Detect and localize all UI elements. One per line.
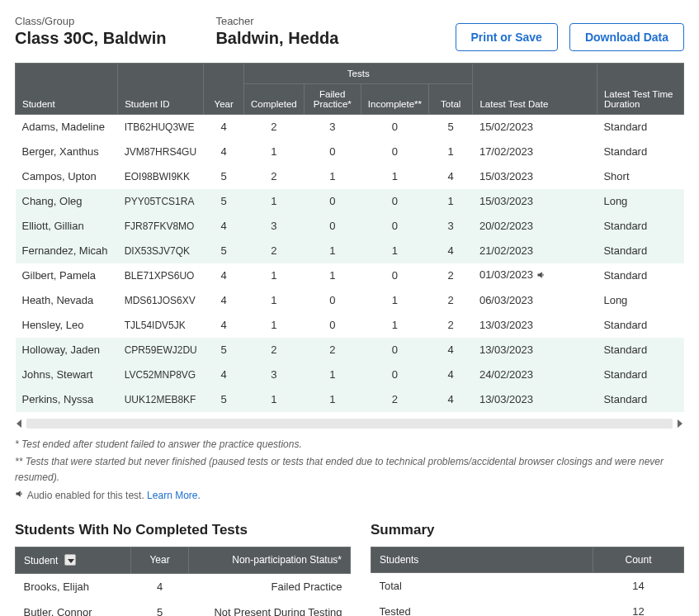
scroll-left-arrow-icon[interactable] — [15, 419, 25, 429]
cell-student-name: Chang, Oleg — [16, 189, 118, 214]
col-tests-group-header: Tests — [244, 64, 473, 84]
cell-student-name: Berger, Xanthus — [16, 140, 118, 164]
footnotes-block: * Test ended after student failed to ans… — [15, 437, 684, 504]
no-tests-col-status[interactable]: Non-participation Status* — [189, 547, 351, 573]
cell-failed-practice: 1 — [304, 362, 361, 387]
col-student-id-header[interactable]: Student ID — [118, 64, 204, 115]
students-tests-table: Student Student ID Year Tests Latest Tes… — [15, 63, 684, 412]
cell-total: 5 — [429, 115, 473, 140]
cell-incomplete: 0 — [361, 140, 428, 164]
cell-failed-practice: 1 — [304, 239, 361, 263]
table-row[interactable]: Elliott, GillianFJR87FKV8MO4300320/02/20… — [16, 214, 684, 239]
cell-completed: 1 — [244, 387, 305, 412]
cell-student-name: Brooks, Elijah — [16, 573, 131, 599]
speaker-icon — [15, 490, 27, 501]
cell-completed: 3 — [244, 214, 305, 239]
cell-failed-practice: 2 — [304, 338, 361, 362]
table-row[interactable]: Johns, StewartLVC52MNP8VG4310424/02/2023… — [16, 362, 684, 387]
cell-failed-practice: 0 — [304, 288, 361, 313]
cell-incomplete: 1 — [361, 239, 428, 263]
table-row[interactable]: Fernandez, MicahDIX53SJV7QK5211421/02/20… — [16, 239, 684, 263]
no-tests-title: Students With No Completed Tests — [15, 522, 351, 538]
speaker-icon — [536, 270, 546, 282]
cell-incomplete: 0 — [361, 263, 428, 288]
cell-latest-date: 24/02/2023 — [473, 362, 597, 387]
table-row[interactable]: Berger, XanthusJVM87HRS4GU4100117/02/202… — [16, 140, 684, 164]
cell-student-name: Fernandez, Micah — [16, 239, 118, 263]
cell-summary-label: Total — [371, 572, 593, 599]
col-total-header[interactable]: Total — [429, 84, 473, 115]
cell-student-id: ITB62HUQ3WE — [118, 115, 204, 140]
scrollbar-track[interactable] — [26, 419, 673, 429]
cell-duration: Standard — [597, 362, 683, 387]
svg-marker-1 — [678, 419, 682, 428]
learn-more-link[interactable]: Learn More. — [147, 490, 201, 501]
col-latest-date-header[interactable]: Latest Test Date — [473, 64, 597, 115]
teacher-field: Teacher Baldwin, Hedda — [215, 15, 338, 48]
cell-duration: Standard — [597, 387, 683, 412]
table-row[interactable]: Hensley, LeoTJL54IDV5JK4101213/03/2023St… — [16, 313, 684, 338]
no-tests-col-year[interactable]: Year — [131, 547, 189, 573]
cell-total: 4 — [429, 164, 473, 189]
footnote-incomplete: ** Tests that were started but never fin… — [15, 454, 684, 486]
teacher-label: Teacher — [215, 15, 338, 27]
cell-incomplete: 1 — [361, 313, 428, 338]
cell-incomplete: 2 — [361, 387, 428, 412]
cell-completed: 1 — [244, 189, 305, 214]
cell-student-name: Adams, Madeline — [16, 115, 118, 140]
cell-total: 2 — [429, 288, 473, 313]
class-group-field: Class/Group Class 30C, Baldwin — [15, 15, 166, 48]
cell-summary-label: Tested — [371, 599, 593, 616]
table-row[interactable]: Chang, OlegPYY05TCS1RA5100115/03/2023Lon… — [16, 189, 684, 214]
cell-student-name: Elliott, Gillian — [16, 214, 118, 239]
cell-student-name: Butler, Connor — [16, 599, 131, 616]
summary-col-count[interactable]: Count — [593, 547, 684, 572]
cell-total: 4 — [429, 239, 473, 263]
table-row[interactable]: Brooks, Elijah4Failed Practice — [16, 573, 351, 599]
col-student-header[interactable]: Student — [16, 64, 118, 115]
cell-student-id: LVC52MNP8VG — [118, 362, 204, 387]
table-row[interactable]: Perkins, NyssaUUK12MEB8KF5112413/03/2023… — [16, 387, 684, 412]
sort-caret-icon[interactable] — [64, 554, 76, 566]
cell-year: 4 — [204, 115, 244, 140]
col-incomplete-header[interactable]: Incomplete** — [361, 84, 428, 115]
cell-student-name: Campos, Upton — [16, 164, 118, 189]
horizontal-scrollbar[interactable] — [15, 419, 684, 429]
table-row[interactable]: Adams, MadelineITB62HUQ3WE4230515/02/202… — [16, 115, 684, 140]
header-buttons: Print or Save Download Data — [456, 23, 685, 51]
cell-completed: 2 — [244, 115, 305, 140]
print-save-button[interactable]: Print or Save — [456, 23, 558, 51]
scroll-right-arrow-icon[interactable] — [674, 419, 684, 429]
cell-duration: Standard — [597, 214, 683, 239]
col-completed-header[interactable]: Completed — [244, 84, 305, 115]
cell-duration: Standard — [597, 115, 683, 140]
no-tests-col-student[interactable]: Student — [16, 547, 131, 573]
table-row[interactable]: Heath, NevadaMDS61JOS6XV4101206/03/2023L… — [16, 288, 684, 313]
cell-completed: 2 — [244, 338, 305, 362]
cell-year: 4 — [204, 313, 244, 338]
col-failed-practice-header[interactable]: Failed Practice* — [304, 84, 361, 115]
cell-latest-date: 17/02/2023 — [473, 140, 597, 164]
cell-summary-count: 14 — [593, 572, 684, 599]
table-row[interactable]: Holloway, JadenCPR59EWJ2DU5220413/03/202… — [16, 338, 684, 362]
cell-year: 4 — [204, 140, 244, 164]
cell-latest-date: 13/03/2023 — [473, 313, 597, 338]
download-data-button[interactable]: Download Data — [569, 23, 684, 51]
table-row[interactable]: Campos, UptonEOI98BWI9KK5211415/03/2023S… — [16, 164, 684, 189]
cell-year: 5 — [204, 239, 244, 263]
col-year-header[interactable]: Year — [204, 64, 244, 115]
cell-failed-practice: 0 — [304, 189, 361, 214]
cell-year: 5 — [131, 599, 189, 616]
cell-year: 5 — [204, 387, 244, 412]
table-row[interactable]: Gilbert, PamelaBLE71XPS6UO4110201/03/202… — [16, 263, 684, 288]
col-latest-duration-header[interactable]: Latest Test Time Duration — [597, 64, 683, 115]
cell-student-id: FJR87FKV8MO — [118, 214, 204, 239]
cell-year: 4 — [131, 573, 189, 599]
cell-completed: 3 — [244, 362, 305, 387]
cell-year: 5 — [204, 338, 244, 362]
cell-incomplete: 0 — [361, 115, 428, 140]
footnote-audio-text: Audio enabled for this test. — [27, 490, 147, 501]
cell-total: 1 — [429, 140, 473, 164]
table-row[interactable]: Butler, Connor5Not Present During Testin… — [16, 599, 351, 616]
summary-col-students[interactable]: Students — [371, 547, 593, 572]
